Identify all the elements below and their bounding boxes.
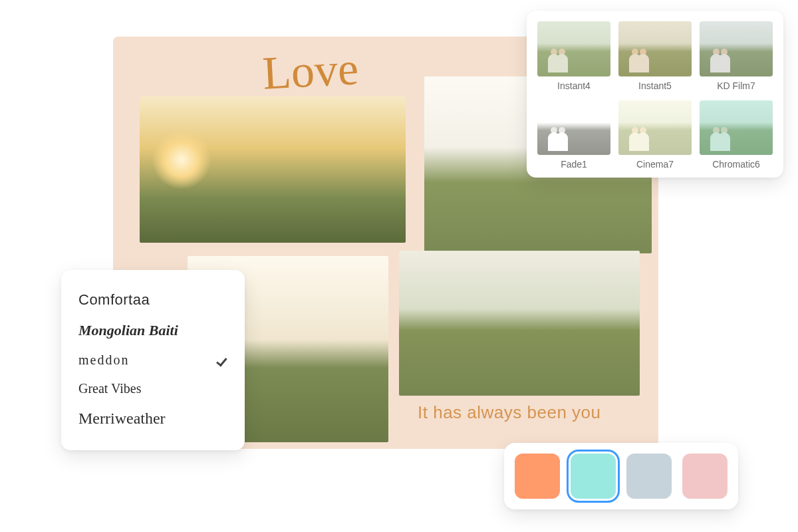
filter-thumbnail <box>700 100 773 156</box>
filter-option-cinema7[interactable]: Cinema7 <box>618 100 692 172</box>
color-swatch[interactable] <box>515 454 560 499</box>
font-option-mongolian-baiti[interactable]: Mongolian Baiti <box>78 315 227 346</box>
font-option-label: Merriweather <box>78 410 166 428</box>
check-icon <box>214 354 227 367</box>
filter-label: KD Film7 <box>700 76 773 92</box>
canvas-title[interactable]: Love <box>261 42 360 100</box>
collage-photo-4[interactable] <box>399 251 640 396</box>
font-option-comfortaa[interactable]: Comfortaa <box>78 285 227 315</box>
filter-thumbnail <box>537 21 610 76</box>
color-swatch[interactable] <box>571 454 616 499</box>
font-option-great-vibes[interactable]: Great Vibes <box>78 374 227 403</box>
filter-option-chromatic6[interactable]: Chromatic6 <box>700 100 773 172</box>
filter-thumbnail <box>700 21 773 76</box>
filter-thumbnail <box>618 21 692 76</box>
filter-option-fade1[interactable]: Fade1 <box>537 100 610 172</box>
filter-label: Chromatic6 <box>700 155 773 171</box>
collage-photo-1[interactable] <box>140 96 406 243</box>
filters-panel: Instant4Instant5KD Film7Fade1Cinema7Chro… <box>527 11 783 178</box>
filter-label: Instant4 <box>537 76 610 92</box>
font-option-merriweather[interactable]: Merriweather <box>78 403 227 434</box>
filter-thumbnail <box>537 100 610 156</box>
filter-option-kdfilm7[interactable]: KD Film7 <box>700 21 773 92</box>
filter-label: Fade1 <box>537 155 610 171</box>
font-picker-panel: Comfortaa Mongolian Baiti meddon Great V… <box>61 270 245 450</box>
filter-option-instant5[interactable]: Instant5 <box>618 21 692 92</box>
filter-label: Instant5 <box>618 76 692 92</box>
font-option-label: meddon <box>78 352 129 368</box>
filter-thumbnail <box>618 100 692 156</box>
font-option-label: Mongolian Baiti <box>78 322 178 339</box>
font-option-label: Great Vibes <box>78 381 142 396</box>
filter-option-instant4[interactable]: Instant4 <box>537 21 610 92</box>
font-option-label: Comfortaa <box>78 291 150 309</box>
filter-label: Cinema7 <box>618 155 692 171</box>
color-swatch[interactable] <box>626 454 672 499</box>
color-swatch-panel <box>504 443 738 509</box>
color-swatch[interactable] <box>682 454 728 499</box>
canvas-caption[interactable]: It has always been you <box>418 402 601 423</box>
font-option-meddon[interactable]: meddon <box>78 346 227 374</box>
